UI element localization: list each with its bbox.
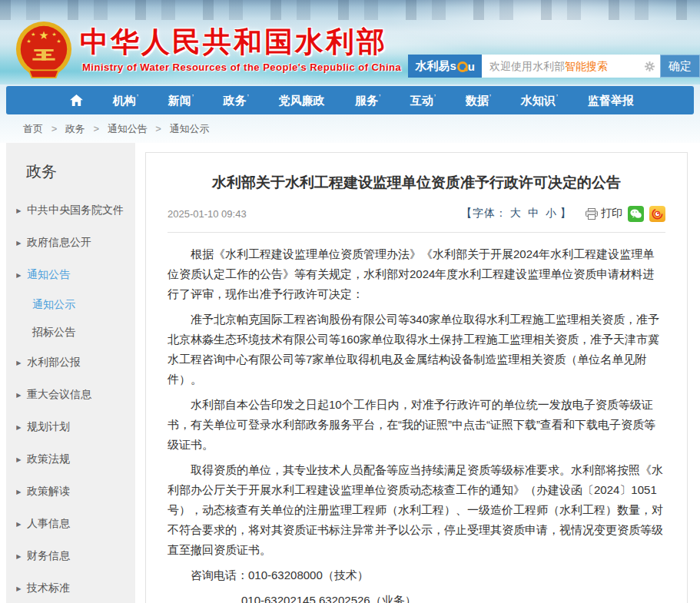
breadcrumb-tongzhigongshi[interactable]: 通知公示 bbox=[170, 123, 210, 134]
svg-text:★: ★ bbox=[52, 31, 57, 37]
nav-item-xinwen[interactable]: 新闻’ bbox=[168, 93, 194, 108]
search-input[interactable] bbox=[482, 55, 660, 78]
triangle-bullet-icon: ▶ bbox=[16, 553, 21, 560]
breadcrumb-tongzhigonggao[interactable]: 通知公告 bbox=[108, 123, 148, 134]
breadcrumb-separator: > bbox=[51, 123, 58, 134]
triangle-bullet-icon: ▶ bbox=[16, 489, 21, 495]
triangle-bullet-icon: ▶ bbox=[16, 424, 21, 431]
nav-item-shuju[interactable]: 数据’ bbox=[466, 93, 491, 108]
sidebar-item-label: 水利部公报 bbox=[27, 356, 81, 369]
search-brand-label: 水利易su bbox=[408, 55, 482, 78]
sidebar-subitem-tongzhigongshi[interactable]: 通知公示 bbox=[6, 291, 135, 319]
dropdown-caret-icon: ’ bbox=[434, 93, 436, 102]
triangle-bullet-icon: ▶ bbox=[16, 207, 21, 214]
paragraph: 准予北京帕克国际工程咨询股份有限公司等340家单位取得水利工程施工监理相关资质，… bbox=[168, 310, 665, 389]
search-box: 欢迎使用水利部智能搜索 bbox=[482, 55, 660, 78]
paragraph: 取得资质的单位，其专业技术人员配备等应当持续满足资质等级标准要求。水利部将按照《… bbox=[168, 460, 665, 560]
sidebar-item-shuilibugongbao[interactable]: ▶水利部公报 bbox=[6, 346, 135, 379]
publish-date: 2025-01-10 09:43 bbox=[168, 208, 247, 220]
svg-text:★: ★ bbox=[26, 38, 31, 44]
breadcrumb-zhengwu[interactable]: 政务 bbox=[65, 123, 85, 134]
header-photo-texture bbox=[0, 0, 700, 20]
paragraph: 水利部自本公告印发之日起10个工作日内，对准予行政许可的单位统一发放电子资质等级… bbox=[168, 395, 665, 455]
search-brand-suffix: u bbox=[468, 60, 475, 73]
sidebar-item-label: 通知公告 bbox=[27, 268, 70, 282]
breadcrumb-separator: > bbox=[155, 123, 161, 134]
dropdown-caret-icon: ’ bbox=[192, 93, 194, 102]
print-button[interactable]: 打印 bbox=[586, 207, 622, 220]
article-tools: 【字体：大中小】 打印 bbox=[461, 206, 665, 222]
article-body: 根据《水利工程建设监理单位资质管理办法》《水利部关于开展2024年水利工程建设监… bbox=[168, 233, 665, 603]
sidebar-item-zhongdahuiyixinxi[interactable]: ▶重大会议信息 bbox=[6, 379, 135, 411]
site-title: 中华人民共和国水利部 bbox=[80, 23, 387, 61]
nav-item-jigou[interactable]: 机构’ bbox=[113, 93, 138, 108]
article-meta-bar: 2025-01-10 09:43 【字体：大中小】 打印 bbox=[168, 206, 665, 233]
breadcrumb: 首页 > 政务 > 通知公告 > 通知公示 bbox=[0, 114, 700, 143]
sidebar-item-label: 人事信息 bbox=[27, 517, 70, 531]
wechat-share-icon[interactable] bbox=[628, 206, 644, 222]
article-title: 水利部关于水利工程建设监理单位资质准予行政许可决定的公告 bbox=[175, 173, 658, 194]
font-widget-close: 】 bbox=[560, 207, 572, 219]
font-widget-open: 【字体： bbox=[461, 207, 507, 219]
sidebar-item-jishubiaozhun[interactable]: ▶技术标准 bbox=[6, 572, 135, 603]
page-body: 政务 ▶中共中央国务院文件 ▶政府信息公开 ▶通知公告 通知公示 招标公告 ▶水… bbox=[6, 143, 694, 603]
nav-item-label: 监督举报 bbox=[588, 94, 634, 107]
national-emblem-logo: ★ ★ ★ ★ ★ bbox=[14, 21, 74, 81]
dropdown-caret-icon: ’ bbox=[556, 93, 558, 102]
sidebar-item-label: 政策解读 bbox=[27, 485, 70, 499]
search-submit-button[interactable]: 确定 bbox=[660, 55, 700, 78]
top-zone: 机构’ 新闻’ 政务’ 党风廉政 服务’ 互动’ 数据’ 水知识’ 监督举报 首… bbox=[0, 84, 700, 143]
font-size-large-button[interactable]: 大 bbox=[510, 207, 522, 219]
triangle-bullet-icon: ▶ bbox=[16, 585, 21, 592]
dropdown-caret-icon: ’ bbox=[137, 93, 138, 102]
nav-item-label: 新闻 bbox=[168, 94, 191, 107]
gear-icon[interactable] bbox=[645, 61, 655, 71]
nav-item-zhengwu[interactable]: 政务’ bbox=[224, 93, 249, 108]
weibo-share-icon[interactable] bbox=[649, 206, 665, 222]
nav-item-fuwu[interactable]: 服务’ bbox=[355, 93, 380, 108]
triangle-bullet-icon: ▶ bbox=[16, 521, 21, 528]
nav-item-hudong[interactable]: 互动’ bbox=[410, 93, 436, 108]
font-size-widget: 【字体：大中小】 bbox=[461, 207, 572, 220]
paragraph-phone-business: 010-63202145 63202526（业务） bbox=[168, 591, 665, 603]
sidebar-item-zhengcejiedu[interactable]: ▶政策解读 bbox=[6, 475, 135, 508]
magnifier-icon bbox=[457, 61, 466, 71]
triangle-bullet-icon: ▶ bbox=[16, 359, 21, 366]
nav-item-label: 数据 bbox=[466, 94, 489, 107]
sidebar-item-renshixinxi[interactable]: ▶人事信息 bbox=[6, 508, 135, 540]
nav-item-label: 服务 bbox=[355, 94, 378, 107]
sidebar-item-zhengfuxinxigongkai[interactable]: ▶政府信息公开 bbox=[6, 227, 135, 259]
sidebar-item-label: 规划计划 bbox=[27, 420, 70, 434]
sidebar-item-zhonggongzhongyang[interactable]: ▶中共中央国务院文件 bbox=[6, 194, 135, 227]
sidebar-item-guihuajihua[interactable]: ▶规划计划 bbox=[6, 411, 135, 443]
print-label: 打印 bbox=[601, 207, 622, 220]
nav-item-shuizhishi[interactable]: 水知识’ bbox=[521, 93, 558, 108]
svg-text:★: ★ bbox=[38, 29, 48, 41]
sidebar-subitem-zhaobiaogonggao[interactable]: 招标公告 bbox=[6, 319, 135, 346]
home-icon[interactable] bbox=[70, 94, 83, 106]
sidebar-item-label: 中共中央国务院文件 bbox=[27, 204, 124, 217]
sidebar-item-label: 财务信息 bbox=[27, 549, 70, 563]
nav-item-label: 互动 bbox=[410, 94, 433, 107]
dropdown-caret-icon: ’ bbox=[489, 93, 491, 102]
nav-item-dangfenglianzheng[interactable]: 党风廉政 bbox=[278, 93, 325, 108]
sidebar-item-caiwuxinxi[interactable]: ▶财务信息 bbox=[6, 540, 135, 572]
svg-text:★: ★ bbox=[56, 38, 61, 44]
sidebar-item-zhengcefagui[interactable]: ▶政策法规 bbox=[6, 443, 135, 475]
triangle-bullet-icon: ▶ bbox=[16, 392, 21, 399]
dropdown-caret-icon: ’ bbox=[379, 93, 380, 102]
triangle-bullet-icon: ▶ bbox=[16, 240, 21, 247]
breadcrumb-home[interactable]: 首页 bbox=[23, 123, 43, 134]
svg-text:★: ★ bbox=[31, 31, 35, 37]
nav-item-jiandujubao[interactable]: 监督举报 bbox=[588, 93, 635, 108]
sidebar-item-tongzhigonggao[interactable]: ▶通知公告 bbox=[6, 259, 135, 291]
sidebar-item-label: 政府信息公开 bbox=[27, 236, 91, 250]
nav-item-label: 机构 bbox=[113, 94, 136, 107]
article-container: 水利部关于水利工程建设监理单位资质准予行政许可决定的公告 2025-01-10 … bbox=[145, 152, 688, 603]
paragraph-phone-tech: 咨询电话：010-63208000（技术） bbox=[168, 565, 665, 585]
font-size-small-button[interactable]: 小 bbox=[546, 207, 557, 219]
main-content: 水利部关于水利工程建设监理单位资质准予行政许可决定的公告 2025-01-10 … bbox=[135, 143, 694, 603]
triangle-bullet-icon: ▶ bbox=[16, 456, 21, 463]
breadcrumb-separator: > bbox=[93, 123, 99, 134]
font-size-medium-button[interactable]: 中 bbox=[528, 207, 539, 219]
